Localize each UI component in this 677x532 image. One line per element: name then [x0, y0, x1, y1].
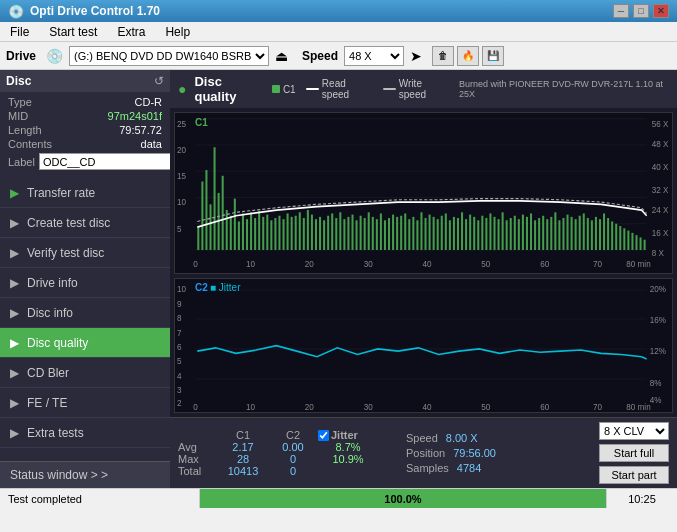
app-icon: 💿: [8, 4, 24, 19]
svg-text:7: 7: [177, 327, 182, 337]
max-c2-val: 0: [268, 453, 318, 465]
svg-rect-99: [485, 218, 487, 250]
disc-quality-title: Disc quality: [194, 74, 263, 104]
restore-button[interactable]: □: [633, 4, 649, 18]
svg-rect-69: [364, 218, 366, 250]
svg-text:2: 2: [177, 397, 182, 407]
svg-rect-111: [534, 220, 536, 250]
svg-rect-74: [384, 220, 386, 250]
svg-rect-96: [473, 217, 475, 250]
speed-stat-val: 8.00 X: [446, 432, 478, 444]
sidebar-item-fe-te[interactable]: ▶ FE / TE: [0, 388, 170, 418]
svg-rect-119: [567, 215, 569, 250]
svg-rect-115: [550, 217, 552, 250]
svg-rect-84: [425, 218, 427, 250]
svg-rect-97: [477, 220, 479, 250]
sidebar-nav: ▶ Transfer rate ▶ Create test disc ▶ Ver…: [0, 178, 170, 448]
legend-write: Write speed: [383, 78, 449, 100]
drive-select[interactable]: (G:) BENQ DVD DD DW1640 BSRB: [69, 46, 269, 66]
charts-area: 25 20 15 10 5 56 X 48 X 40 X 32 X 24 X 1…: [170, 108, 677, 417]
svg-rect-129: [607, 218, 609, 250]
svg-rect-43: [258, 211, 260, 250]
c2-label: C2: [195, 282, 208, 293]
eject-button[interactable]: ⏏: [275, 48, 288, 64]
sidebar-item-drive-info[interactable]: ▶ Drive info: [0, 268, 170, 298]
disc-label-input[interactable]: [39, 153, 185, 170]
sidebar-item-disc-info[interactable]: ▶ Disc info: [0, 298, 170, 328]
menu-help[interactable]: Help: [159, 23, 196, 41]
menu-extra[interactable]: Extra: [111, 23, 151, 41]
speed-arrow-icon[interactable]: ➤: [410, 48, 422, 64]
status-window-button[interactable]: Status window > >: [0, 461, 170, 488]
svg-rect-61: [331, 213, 333, 250]
sidebar-item-disc-quality[interactable]: ▶ Disc quality: [0, 328, 170, 358]
max-label: Max: [178, 453, 218, 465]
svg-rect-89: [445, 213, 447, 250]
svg-rect-54: [303, 218, 305, 250]
sidebar-item-verify-test-disc[interactable]: ▶ Verify test disc: [0, 238, 170, 268]
svg-rect-136: [635, 235, 637, 250]
svg-text:20: 20: [177, 144, 186, 155]
transfer-rate-icon: ▶: [10, 186, 19, 200]
close-button[interactable]: ✕: [653, 4, 669, 18]
svg-rect-98: [481, 216, 483, 250]
start-part-button[interactable]: Start part: [599, 466, 669, 484]
svg-rect-121: [575, 219, 577, 250]
controls-panel: 8 X CLV Start full Start part: [599, 422, 669, 484]
svg-rect-117: [558, 220, 560, 250]
disc-burn-button[interactable]: 🔥: [457, 46, 479, 66]
disc-refresh-icon[interactable]: ↺: [154, 74, 164, 88]
svg-rect-91: [453, 217, 455, 250]
fe-te-icon: ▶: [10, 396, 19, 410]
start-full-button[interactable]: Start full: [599, 444, 669, 462]
sidebar-item-create-test-disc[interactable]: ▶ Create test disc: [0, 208, 170, 238]
sidebar-item-extra-tests[interactable]: ▶ Extra tests: [0, 418, 170, 448]
drive-row: Drive 💿 (G:) BENQ DVD DD DW1640 BSRB ⏏ S…: [0, 42, 677, 70]
sidebar-item-cd-bler[interactable]: ▶ CD Bler: [0, 358, 170, 388]
disc-erase-button[interactable]: 🗑: [432, 46, 454, 66]
svg-text:8: 8: [177, 313, 182, 323]
svg-rect-66: [351, 215, 353, 250]
disc-mid-key: MID: [8, 110, 28, 122]
disc-label-row: Label 🔒: [8, 153, 162, 170]
disc-contents-key: Contents: [8, 138, 52, 150]
minimize-button[interactable]: ─: [613, 4, 629, 18]
transfer-rate-label: Transfer rate: [27, 186, 95, 200]
max-c1-val: 28: [218, 453, 268, 465]
clv-select[interactable]: 8 X CLV: [599, 422, 669, 440]
legend-c1-label: C1: [283, 84, 296, 95]
svg-rect-76: [392, 215, 394, 250]
svg-rect-103: [502, 212, 504, 250]
svg-rect-42: [254, 218, 256, 250]
total-jitter-val: [318, 465, 378, 477]
svg-rect-46: [270, 220, 272, 250]
svg-rect-58: [319, 217, 321, 250]
svg-rect-87: [437, 219, 439, 250]
svg-rect-128: [603, 213, 605, 250]
svg-rect-44: [262, 217, 264, 250]
svg-rect-83: [420, 212, 422, 250]
disc-label-key: Label: [8, 156, 35, 168]
jitter-checkbox[interactable]: [318, 430, 329, 441]
svg-rect-106: [514, 216, 516, 250]
svg-rect-85: [429, 215, 431, 250]
menu-start-test[interactable]: Start test: [43, 23, 103, 41]
save-button[interactable]: 💾: [482, 46, 504, 66]
disc-mid-val: 97m24s01f: [108, 110, 162, 122]
svg-rect-104: [506, 220, 508, 250]
disc-section-header: Disc ↺: [0, 70, 170, 92]
svg-text:10: 10: [246, 259, 255, 270]
position-val: 79:56.00: [453, 447, 496, 459]
svg-rect-60: [327, 216, 329, 250]
disc-type-row: Type CD-R: [8, 96, 162, 108]
speed-select[interactable]: 48 X: [344, 46, 404, 66]
legend-c1: C1: [272, 84, 296, 95]
svg-text:10: 10: [246, 401, 255, 411]
svg-rect-133: [623, 228, 625, 250]
legend-c1-dot: [272, 85, 280, 93]
menu-file[interactable]: File: [4, 23, 35, 41]
progress-container: 100.0%: [200, 489, 607, 508]
svg-rect-120: [571, 217, 573, 250]
sidebar-item-transfer-rate[interactable]: ▶ Transfer rate: [0, 178, 170, 208]
title-bar-controls: ─ □ ✕: [613, 4, 669, 18]
